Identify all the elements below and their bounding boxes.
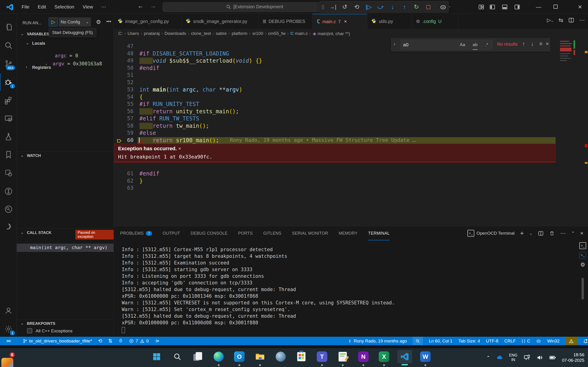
commit-blame-status[interactable]: Rony Rado, 19 months ago — [348, 339, 407, 344]
taskbar-search-icon[interactable] — [170, 350, 185, 363]
platform-status[interactable]: Win32 — [547, 339, 560, 344]
find-in-selection-icon[interactable]: ≡ — [539, 41, 542, 47]
minimap[interactable] — [560, 39, 573, 135]
line-number[interactable]: 62 — [114, 178, 133, 184]
panel-tab-output[interactable]: OUTPUT — [163, 226, 180, 240]
tab-close-icon[interactable]: × — [344, 19, 347, 25]
split-terminal-icon[interactable] — [538, 231, 544, 236]
breakpoint-all-cpp-exceptions[interactable]: All C++ Exceptions — [17, 327, 114, 335]
run-file-button[interactable]: ▷⌄ — [547, 17, 553, 23]
compare-changes-icon[interactable]: ⇆ — [559, 17, 563, 23]
panel-tab-problems[interactable]: PROBLEMS7 — [120, 226, 152, 240]
menu-more[interactable]: ⋯ — [98, 0, 110, 14]
input-language-indicator[interactable]: ENGIN — [509, 353, 518, 362]
breadcrumb-item[interactable]: sr100 — [252, 31, 263, 36]
step-into-icon[interactable]: ↓ — [388, 3, 398, 10]
tab-debug-probes[interactable]: ☰DEBUG PROBES — [258, 14, 313, 29]
panel-tab-serial-monitor[interactable]: SERIAL MONITOR — [292, 226, 328, 240]
copilot-status-icon[interactable] — [536, 339, 541, 344]
line-number[interactable]: 51 — [114, 72, 133, 78]
onedrive-icon[interactable] — [496, 354, 503, 361]
breakpoints-section-header[interactable]: ⌄BREAKPOINTS — [17, 320, 114, 327]
sync-icon[interactable]: ⟲ — [98, 338, 102, 344]
line-number[interactable]: 53 — [114, 86, 133, 92]
taskbar-vscode-icon[interactable] — [397, 350, 412, 363]
registers-group[interactable]: ›Registers — [17, 64, 114, 71]
terminal-title[interactable]: >_ OpenOCD Terminal — [467, 230, 515, 237]
line-number[interactable]: 50 — [114, 65, 133, 71]
tab-image-gen-config-py[interactable]: image_gen_config.py — [114, 14, 182, 29]
line-number[interactable]: 55 — [114, 101, 133, 107]
taskbar-browser-globe-icon[interactable] — [273, 350, 288, 363]
breadcrumb-item[interactable]: pnataraj — [144, 31, 160, 36]
explorer-icon[interactable] — [0, 18, 17, 36]
toggle-primary-sidebar-icon[interactable] — [489, 4, 495, 10]
breadcrumb-item[interactable]: Downloads — [164, 31, 186, 36]
find-next-icon[interactable]: ↓ — [531, 41, 534, 47]
debug-gear-status-icon[interactable] — [155, 339, 160, 343]
copilot-icon[interactable] — [440, 4, 447, 10]
remote-indicator[interactable]: >< — [0, 337, 17, 345]
line-number[interactable]: 49 — [114, 58, 133, 64]
taskbar-word-icon[interactable]: W — [418, 350, 433, 363]
tab--config[interactable]: ⚙.configU — [412, 14, 459, 29]
testing-icon[interactable] — [0, 128, 17, 145]
copilot-chevron-icon[interactable]: ⌄ — [448, 4, 451, 8]
maximize-panel-icon[interactable]: ⌃ — [571, 231, 575, 236]
config-chevron-icon[interactable]: ⌄ — [86, 17, 89, 27]
find-input[interactable]: a0 Aa ab .* — [401, 40, 493, 50]
zoom-status[interactable] — [413, 337, 423, 345]
breadcrumb-item[interactable]: sabre — [216, 31, 227, 36]
match-case-icon[interactable]: Aa — [460, 40, 465, 49]
run-and-debug-icon[interactable]: 1 — [0, 73, 17, 91]
run-to-line-icon[interactable]: →| — [328, 4, 338, 10]
stack-frame-main[interactable]: main(int argc, char ** argv) — [17, 244, 114, 252]
tab-srsdk-image-generator-py[interactable]: srsdk_image_generator.py — [182, 14, 258, 29]
git-branch-status[interactable]: br_old_drivers_bootloader_tflite* — [23, 339, 92, 344]
source-control-icon[interactable]: 464 — [0, 55, 17, 73]
stop-icon[interactable]: ▢ — [423, 4, 433, 10]
accounts-icon[interactable] — [0, 302, 17, 319]
extensions-icon[interactable] — [0, 92, 17, 109]
line-number[interactable]: 52 — [114, 79, 133, 85]
taskbar-outlook-icon[interactable]: O — [232, 350, 247, 363]
taskbar-file-explorer-icon[interactable] — [253, 350, 267, 363]
panel-tab-memory[interactable]: MEMORY — [338, 226, 357, 240]
restore-button[interactable] — [553, 5, 558, 9]
watch-section-header[interactable]: ⌄WATCH — [17, 152, 114, 160]
taskbar-onenote-icon[interactable]: N — [356, 350, 371, 363]
locals-group[interactable]: ⌄Locals — [17, 40, 114, 47]
rocket-icon[interactable] — [118, 339, 123, 343]
start-debugging-button[interactable]: ▷ — [49, 17, 58, 27]
nav-forward-icon[interactable]: → — [150, 2, 156, 10]
problems-status[interactable]: 7 0 — [129, 339, 149, 344]
whole-word-icon[interactable]: ab — [473, 40, 477, 50]
language-status[interactable]: { }C — [522, 339, 530, 344]
panel-tab-debug-console[interactable]: DEBUG CONSOLE — [191, 226, 228, 240]
callstack-section-header[interactable]: ⌄CALL STACK Paused on exception — [17, 229, 114, 237]
line-number[interactable]: 48 — [114, 50, 133, 56]
gitlens-inspect-icon[interactable] — [0, 200, 17, 218]
terminal-list-item[interactable]: >_ — [579, 242, 586, 249]
remote-explorer-icon[interactable] — [0, 110, 17, 127]
menu-file[interactable]: File — [18, 0, 33, 14]
minimize-button[interactable]: — — [531, 0, 547, 14]
menu-selection[interactable]: Selection — [51, 0, 78, 14]
customize-layout-icon[interactable] — [478, 4, 484, 10]
line-number[interactable]: 54 — [114, 94, 133, 100]
eol-status[interactable]: CRLF — [504, 339, 516, 344]
cursor-position-status[interactable]: Ln 60, Col 1 — [429, 339, 452, 344]
notifications-bell-icon[interactable] — [583, 339, 588, 344]
taskbar-teams-icon[interactable]: T — [315, 350, 329, 363]
step-out-icon[interactable]: ↑ — [399, 3, 409, 10]
warning-status-box[interactable] — [565, 337, 577, 345]
embedded-tools-icon[interactable] — [0, 164, 17, 182]
tray-chevron-icon[interactable]: ⌃ — [486, 355, 490, 360]
breakpoint-checkbox[interactable] — [27, 328, 32, 333]
jira-icon[interactable] — [0, 218, 17, 236]
breadcrumb-item[interactable]: ◈main(int, char **) — [313, 31, 350, 36]
panel-more-icon[interactable]: ⋯ — [560, 230, 566, 236]
refresh-icon[interactable]: ⟲ — [352, 3, 362, 10]
find-prev-icon[interactable]: ↑ — [522, 41, 525, 47]
tab-size-status[interactable]: Tab Size: 4 — [458, 339, 480, 344]
